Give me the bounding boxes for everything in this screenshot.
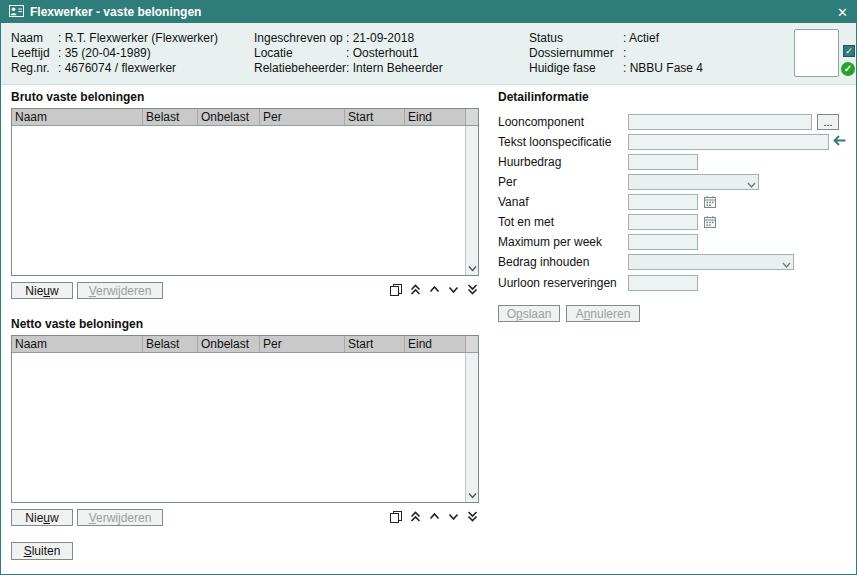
vanaf-input[interactable] xyxy=(628,194,698,210)
move-top-icon[interactable] xyxy=(409,510,422,526)
bedrag-inhouden-select[interactable] xyxy=(628,254,794,270)
uurloon-reserveringen-label: Uurloon reserveringen xyxy=(498,276,617,290)
netto-order-icons xyxy=(389,510,479,526)
vertical-scrollbar[interactable] xyxy=(465,126,478,275)
move-up-icon[interactable] xyxy=(428,510,441,526)
tot-en-met-label: Tot en met xyxy=(498,215,554,229)
opslaan-button[interactable]: Opslaan xyxy=(498,305,560,322)
field-label: Dossiernummer xyxy=(529,46,623,61)
field-value: : 4676074 / flexwerker xyxy=(58,61,176,76)
calendar-icon[interactable] xyxy=(703,215,717,232)
move-up-icon[interactable] xyxy=(428,283,441,299)
field-label: Naam xyxy=(11,31,58,46)
scrollbar-corner xyxy=(466,336,478,352)
move-top-icon[interactable] xyxy=(409,283,422,299)
header-field-huidige-fase: Huidige fase : NBBU Fase 4 xyxy=(529,61,703,76)
field-value: : NBBU Fase 4 xyxy=(623,61,703,76)
annuleren-button[interactable]: Annuleren xyxy=(566,305,640,322)
looncomponent-browse-button[interactable]: ... xyxy=(817,114,839,130)
column-header-per[interactable]: Per xyxy=(260,336,345,352)
per-select[interactable] xyxy=(628,174,759,190)
field-label: Reg.nr. xyxy=(11,61,58,76)
netto-nieuw-button[interactable]: Nieuw xyxy=(11,509,73,526)
move-down-icon[interactable] xyxy=(447,283,460,299)
column-header-naam[interactable]: Naam xyxy=(12,109,143,125)
flexwerker-vaste-beloningen-dialog: Flexwerker - vaste beloningen ✕ Naam : R… xyxy=(0,0,857,575)
tot-en-met-input[interactable] xyxy=(628,214,698,230)
header-field-dossiernummer: Dossiernummer : xyxy=(529,46,703,61)
column-header-belast[interactable]: Belast xyxy=(143,109,198,125)
move-bottom-icon[interactable] xyxy=(466,510,479,526)
netto-verwijderen-button[interactable]: Verwijderen xyxy=(77,509,163,526)
check-icon: ✓ xyxy=(844,63,852,74)
sluiten-button[interactable]: Sluiten xyxy=(11,542,73,560)
huurbedrag-label: Huurbedrag xyxy=(498,155,561,169)
column-header-eind[interactable]: Eind xyxy=(405,109,466,125)
bruto-verwijderen-button[interactable]: Verwijderen xyxy=(77,282,163,299)
header-field-leeftijd: Leeftijd : 35 (20-04-1989) xyxy=(11,46,218,61)
field-label: Status xyxy=(529,31,623,46)
netto-section-title: Netto vaste beloningen xyxy=(11,317,143,331)
bruto-list-header: Naam Belast Onbelast Per Start Eind xyxy=(12,109,478,126)
field-value: : Oosterhout1 xyxy=(346,46,419,61)
move-bottom-icon[interactable] xyxy=(466,283,479,299)
looncomponent-label: Looncomponent xyxy=(498,115,584,129)
column-header-eind[interactable]: Eind xyxy=(405,336,466,352)
field-value: : Actief xyxy=(623,31,659,46)
vanaf-label: Vanaf xyxy=(498,195,528,209)
chevron-down-icon xyxy=(747,178,756,192)
column-header-naam[interactable]: Naam xyxy=(12,336,143,352)
detail-section-title: Detailinformatie xyxy=(498,90,589,104)
netto-list-header: Naam Belast Onbelast Per Start Eind xyxy=(12,336,478,353)
header-column-1: Naam : R.T. Flexwerker (Flexwerker) Leef… xyxy=(11,31,218,76)
column-header-per[interactable]: Per xyxy=(260,109,345,125)
title-bar[interactable]: Flexwerker - vaste beloningen ✕ xyxy=(1,1,856,23)
field-label: Leeftijd xyxy=(11,46,58,61)
scrollbar-corner xyxy=(466,109,478,125)
scroll-down-icon[interactable] xyxy=(466,262,478,275)
field-label: Ingeschreven op xyxy=(254,31,346,46)
bruto-section-title: Bruto vaste beloningen xyxy=(11,90,144,104)
looncomponent-input[interactable] xyxy=(628,114,812,130)
check-icon: ✓ xyxy=(845,46,853,56)
maximum-per-week-input[interactable] xyxy=(628,234,698,250)
header-field-locatie: Locatie : Oosterhout1 xyxy=(254,46,443,61)
column-header-onbelast[interactable]: Onbelast xyxy=(198,336,260,352)
field-label: Huidige fase xyxy=(529,61,623,76)
column-header-start[interactable]: Start xyxy=(345,109,405,125)
bruto-list[interactable]: Naam Belast Onbelast Per Start Eind xyxy=(11,108,479,276)
maximum-per-week-label: Maximum per week xyxy=(498,235,602,249)
header-info: Naam : R.T. Flexwerker (Flexwerker) Leef… xyxy=(1,23,856,85)
per-label: Per xyxy=(498,175,517,189)
huurbedrag-input[interactable] xyxy=(628,154,698,170)
header-field-naam: Naam : R.T. Flexwerker (Flexwerker) xyxy=(11,31,218,46)
column-header-start[interactable]: Start xyxy=(345,336,405,352)
bruto-nieuw-button[interactable]: Nieuw xyxy=(11,282,73,299)
netto-list-body[interactable] xyxy=(12,353,465,502)
calendar-icon[interactable] xyxy=(703,195,717,212)
header-checkbox[interactable]: ✓ xyxy=(843,45,855,57)
tekst-loonspecificatie-label: Tekst loonspecificatie xyxy=(498,135,611,149)
copy-icon[interactable] xyxy=(389,510,403,527)
vertical-scrollbar[interactable] xyxy=(465,353,478,502)
revert-arrow-icon[interactable] xyxy=(833,135,847,149)
field-value: : R.T. Flexwerker (Flexwerker) xyxy=(58,31,218,46)
bedrag-inhouden-label: Bedrag inhouden xyxy=(498,255,589,269)
header-column-3: Status : Actief Dossiernummer : Huidige … xyxy=(529,31,703,76)
photo-placeholder xyxy=(794,29,839,77)
uurloon-reserveringen-input[interactable] xyxy=(628,275,698,291)
scroll-down-icon[interactable] xyxy=(466,489,478,502)
field-label: Locatie xyxy=(254,46,346,61)
tekst-loonspecificatie-input[interactable] xyxy=(628,134,829,150)
header-field-relatiebeheerder: Relatiebeheerder : Intern Beheerder xyxy=(254,61,443,76)
bruto-list-body[interactable] xyxy=(12,126,465,275)
status-ok-icon: ✓ xyxy=(841,62,855,76)
column-header-onbelast[interactable]: Onbelast xyxy=(198,109,260,125)
chevron-down-icon xyxy=(782,258,791,272)
header-field-ingeschreven-op: Ingeschreven op : 21-09-2018 xyxy=(254,31,443,46)
move-down-icon[interactable] xyxy=(447,510,460,526)
netto-list[interactable]: Naam Belast Onbelast Per Start Eind xyxy=(11,335,479,503)
copy-icon[interactable] xyxy=(389,283,403,300)
close-icon[interactable]: ✕ xyxy=(837,6,848,19)
column-header-belast[interactable]: Belast xyxy=(143,336,198,352)
